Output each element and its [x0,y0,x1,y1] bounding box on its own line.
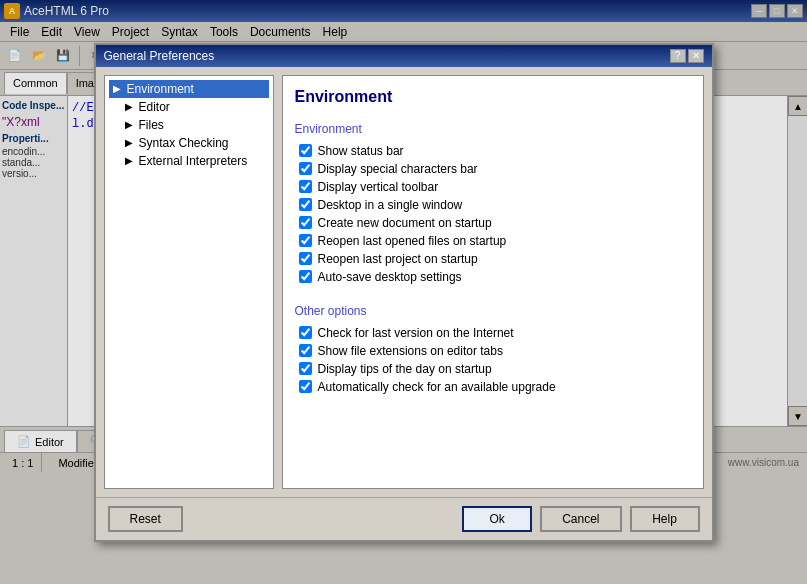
checkbox-reopen-project-label: Reopen last project on startup [318,252,478,266]
checkbox-vertical-toolbar-label: Display vertical toolbar [318,180,439,194]
tree-arrow-environment: ▶ [113,83,123,94]
reset-button[interactable]: Reset [108,506,183,532]
checkbox-file-extensions-label: Show file extensions on editor tabs [318,344,503,358]
checkbox-single-window-label: Desktop in a single window [318,198,463,212]
checkbox-show-status-label: Show status bar [318,144,404,158]
checkbox-tips-label: Display tips of the day on startup [318,362,492,376]
tree-arrow-files: ▶ [125,119,135,130]
ok-button[interactable]: Ok [462,506,532,532]
tree-item-editor[interactable]: ▶ Editor [109,98,269,116]
checkbox-autosave: Auto-save desktop settings [295,270,691,284]
checkbox-new-doc-input[interactable] [299,216,312,229]
checkbox-reopen-files-input[interactable] [299,234,312,247]
checkbox-single-window-input[interactable] [299,198,312,211]
checkbox-reopen-files-label: Reopen last opened files on startup [318,234,507,248]
checkbox-show-status: Show status bar [295,144,691,158]
checkbox-auto-upgrade: Automatically check for an available upg… [295,380,691,394]
checkbox-new-doc-label: Create new document on startup [318,216,492,230]
checkbox-reopen-files: Reopen last opened files on startup [295,234,691,248]
dialog-controls[interactable]: ? ✕ [670,49,704,63]
section-divider [295,288,691,300]
dialog-help-btn[interactable]: ? [670,49,686,63]
help-button[interactable]: Help [630,506,700,532]
checkbox-auto-upgrade-label: Automatically check for an available upg… [318,380,556,394]
dialog-footer: Reset Ok Cancel Help [96,497,712,540]
dialog-title: General Preferences [104,49,215,63]
cancel-button[interactable]: Cancel [540,506,621,532]
checkbox-autosave-label: Auto-save desktop settings [318,270,462,284]
tree-item-files[interactable]: ▶ Files [109,116,269,134]
checkbox-vertical-toolbar: Display vertical toolbar [295,180,691,194]
footer-right-buttons: Ok Cancel Help [462,506,699,532]
other-section-label: Other options [295,304,691,318]
checkbox-new-doc: Create new document on startup [295,216,691,230]
content-panel: Environment Environment Show status bar … [282,75,704,489]
checkbox-single-window: Desktop in a single window [295,198,691,212]
checkbox-tips-input[interactable] [299,362,312,375]
tree-arrow-syntax: ▶ [125,137,135,148]
dialog-title-bar: General Preferences ? ✕ [96,45,712,67]
checkbox-auto-upgrade-input[interactable] [299,380,312,393]
checkbox-check-version-label: Check for last version on the Internet [318,326,514,340]
checkbox-reopen-project-input[interactable] [299,252,312,265]
checkbox-special-chars: Display special characters bar [295,162,691,176]
checkbox-tips: Display tips of the day on startup [295,362,691,376]
checkbox-special-chars-input[interactable] [299,162,312,175]
dialog-content: ▶ Environment ▶ Editor ▶ Files ▶ Syntax … [96,67,712,497]
tree-label-files: Files [139,118,164,132]
checkbox-special-chars-label: Display special characters bar [318,162,478,176]
content-title: Environment [295,88,691,110]
checkbox-check-version: Check for last version on the Internet [295,326,691,340]
tree-arrow-external: ▶ [125,155,135,166]
checkbox-autosave-input[interactable] [299,270,312,283]
tree-item-environment[interactable]: ▶ Environment [109,80,269,98]
tree-label-environment: Environment [127,82,194,96]
checkbox-file-extensions-input[interactable] [299,344,312,357]
tree-item-syntax[interactable]: ▶ Syntax Checking [109,134,269,152]
tree-label-editor: Editor [139,100,170,114]
checkbox-file-extensions: Show file extensions on editor tabs [295,344,691,358]
tree-panel: ▶ Environment ▶ Editor ▶ Files ▶ Syntax … [104,75,274,489]
tree-label-syntax: Syntax Checking [139,136,229,150]
checkbox-check-version-input[interactable] [299,326,312,339]
dialog-overlay: General Preferences ? ✕ ▶ Environment ▶ … [0,0,807,584]
dialog-close-btn[interactable]: ✕ [688,49,704,63]
tree-item-external[interactable]: ▶ External Interpreters [109,152,269,170]
checkbox-reopen-project: Reopen last project on startup [295,252,691,266]
general-preferences-dialog: General Preferences ? ✕ ▶ Environment ▶ … [94,43,714,542]
checkbox-vertical-toolbar-input[interactable] [299,180,312,193]
tree-label-external: External Interpreters [139,154,248,168]
tree-arrow-editor: ▶ [125,101,135,112]
environment-section-label: Environment [295,122,691,136]
checkbox-show-status-input[interactable] [299,144,312,157]
